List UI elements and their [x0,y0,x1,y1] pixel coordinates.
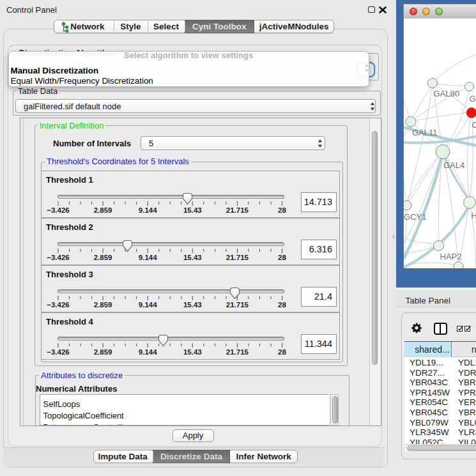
svg-text:H: H [472,211,476,220]
svg-text:GAL4: GAL4 [443,160,464,170]
svg-text:GAL80: GAL80 [434,89,459,98]
svg-text:G.: G. [470,94,476,104]
svg-text:GCY1: GCY1 [404,212,426,222]
svg-text:C: C [472,120,476,130]
svg-text:GAL11: GAL11 [412,128,438,137]
svg-text:HAP2: HAP2 [440,252,462,261]
